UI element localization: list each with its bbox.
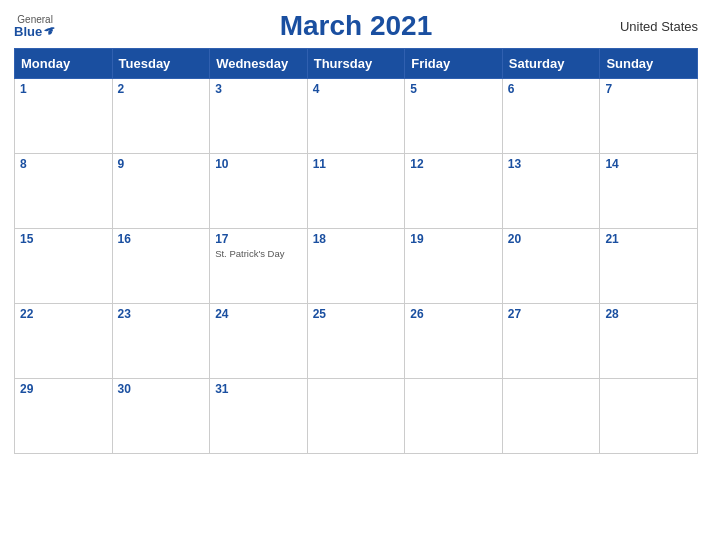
week-row-1: 1234567 [15,79,698,154]
calendar-cell: 6 [502,79,600,154]
weekday-header-tuesday: Tuesday [112,49,210,79]
calendar-table: MondayTuesdayWednesdayThursdayFridaySatu… [14,48,698,454]
calendar-cell: 22 [15,304,113,379]
day-number: 30 [118,382,205,396]
day-number: 0 [313,382,400,396]
calendar-cell: 0 [600,379,698,454]
weekday-header-saturday: Saturday [502,49,600,79]
month-title: March 2021 [280,10,433,42]
calendar-cell: 31 [210,379,308,454]
calendar-cell: 19 [405,229,503,304]
weekday-header-row: MondayTuesdayWednesdayThursdayFridaySatu… [15,49,698,79]
week-row-5: 2930310000 [15,379,698,454]
country-label: United States [620,19,698,34]
week-row-3: 151617St. Patrick's Day18192021 [15,229,698,304]
calendar-cell: 12 [405,154,503,229]
calendar-cell: 2 [112,79,210,154]
day-number: 7 [605,82,692,96]
calendar-cell: 5 [405,79,503,154]
calendar-container: General Blue March 2021 United States Mo… [0,0,712,550]
calendar-header-row: MondayTuesdayWednesdayThursdayFridaySatu… [15,49,698,79]
calendar-cell: 21 [600,229,698,304]
weekday-header-thursday: Thursday [307,49,405,79]
calendar-cell: 0 [307,379,405,454]
day-number: 23 [118,307,205,321]
day-number: 0 [605,382,692,396]
day-number: 1 [20,82,107,96]
day-number: 22 [20,307,107,321]
day-number: 21 [605,232,692,246]
day-number: 20 [508,232,595,246]
calendar-cell: 13 [502,154,600,229]
day-number: 15 [20,232,107,246]
calendar-cell: 23 [112,304,210,379]
logo-blue-text: Blue [14,25,56,38]
calendar-cell: 7 [600,79,698,154]
calendar-cell: 20 [502,229,600,304]
calendar-cell: 27 [502,304,600,379]
calendar-cell: 17St. Patrick's Day [210,229,308,304]
day-number: 11 [313,157,400,171]
day-number: 8 [20,157,107,171]
day-number: 19 [410,232,497,246]
weekday-header-friday: Friday [405,49,503,79]
day-number: 6 [508,82,595,96]
day-number: 9 [118,157,205,171]
calendar-cell: 0 [502,379,600,454]
calendar-cell: 9 [112,154,210,229]
calendar-cell: 1 [15,79,113,154]
calendar-cell: 10 [210,154,308,229]
day-number: 0 [508,382,595,396]
day-number: 25 [313,307,400,321]
day-number: 0 [410,382,497,396]
calendar-body: 1234567891011121314151617St. Patrick's D… [15,79,698,454]
calendar-cell: 8 [15,154,113,229]
calendar-cell: 0 [405,379,503,454]
calendar-cell: 3 [210,79,308,154]
day-number: 31 [215,382,302,396]
week-row-4: 22232425262728 [15,304,698,379]
day-number: 13 [508,157,595,171]
day-number: 10 [215,157,302,171]
calendar-cell: 30 [112,379,210,454]
calendar-cell: 25 [307,304,405,379]
day-number: 5 [410,82,497,96]
day-number: 4 [313,82,400,96]
day-number: 27 [508,307,595,321]
calendar-header: General Blue March 2021 United States [14,10,698,42]
day-number: 18 [313,232,400,246]
calendar-cell: 4 [307,79,405,154]
calendar-cell: 11 [307,154,405,229]
day-number: 14 [605,157,692,171]
holiday-label: St. Patrick's Day [215,248,302,259]
weekday-header-wednesday: Wednesday [210,49,308,79]
day-number: 24 [215,307,302,321]
day-number: 3 [215,82,302,96]
logo-bird-icon [44,26,56,36]
day-number: 26 [410,307,497,321]
calendar-cell: 28 [600,304,698,379]
calendar-cell: 29 [15,379,113,454]
weekday-header-monday: Monday [15,49,113,79]
calendar-cell: 24 [210,304,308,379]
day-number: 29 [20,382,107,396]
calendar-cell: 16 [112,229,210,304]
weekday-header-sunday: Sunday [600,49,698,79]
day-number: 17 [215,232,302,246]
day-number: 28 [605,307,692,321]
calendar-cell: 26 [405,304,503,379]
day-number: 12 [410,157,497,171]
calendar-cell: 14 [600,154,698,229]
day-number: 16 [118,232,205,246]
week-row-2: 891011121314 [15,154,698,229]
calendar-cell: 15 [15,229,113,304]
day-number: 2 [118,82,205,96]
calendar-cell: 18 [307,229,405,304]
logo: General Blue [14,15,56,38]
